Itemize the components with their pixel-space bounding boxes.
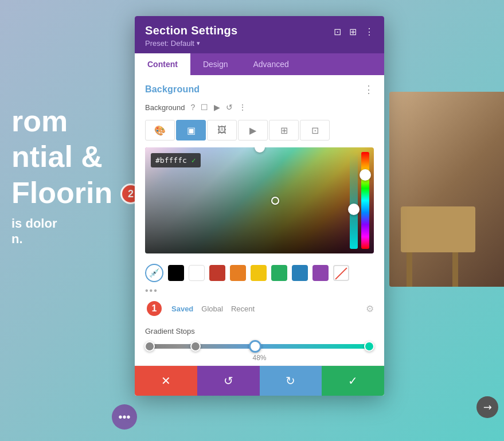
alpha-slider-handle[interactable]	[348, 204, 360, 215]
modal-tabs: Content Design Advanced	[135, 53, 384, 75]
bg-type-image[interactable]: 🖼	[207, 120, 237, 141]
gradient-stops-section: Gradient Stops 48%	[135, 322, 384, 365]
resize-handle[interactable]: ↗	[476, 396, 498, 418]
swatches-row: 💉	[135, 258, 384, 284]
swatch-orange[interactable]	[230, 265, 246, 281]
section-more-icon[interactable]: ⋮	[364, 83, 374, 96]
swatch-white[interactable]	[189, 265, 205, 281]
color-tab-global[interactable]: Global	[201, 305, 223, 313]
swatch-blue[interactable]	[292, 265, 308, 281]
gradient-stop-2[interactable]	[190, 341, 201, 352]
bg-type-none[interactable]: 🎨	[145, 120, 175, 141]
arrow-icon: ↗	[480, 400, 495, 415]
image-icon: 🖼	[217, 125, 226, 135]
hex-value: #bffffc	[155, 156, 187, 165]
bg-type-mask[interactable]: ⊡	[300, 120, 330, 141]
section-title: Background	[145, 84, 200, 95]
eyedropper-icon: 💉	[149, 268, 160, 278]
leg-left	[407, 252, 412, 287]
section-header: Background ⋮	[135, 75, 384, 100]
undo-button[interactable]: ↺	[197, 366, 260, 396]
redo-button[interactable]: ↻	[260, 366, 322, 396]
color-picker[interactable]: #bffffc ✓	[145, 147, 374, 253]
swatch-green[interactable]	[271, 265, 287, 281]
hue-slider-handle[interactable]	[360, 169, 371, 181]
alpha-slider[interactable]	[350, 152, 358, 249]
help-icon[interactable]: ?	[190, 103, 195, 112]
color-tab-recent[interactable]: Recent	[231, 305, 255, 313]
gradient-stop-3-active[interactable]	[249, 340, 261, 353]
bg-controls-row: Background ? ☐ ▶ ↺ ⋮	[135, 100, 384, 118]
gradient-slider-track[interactable]	[145, 341, 374, 352]
furniture-image	[389, 92, 504, 287]
cursor-icon[interactable]: ▶	[214, 103, 220, 112]
bg-type-row: 🎨 ▣ 🖼 ▶ ⊞ ⊡	[135, 118, 384, 145]
bg-label: Background	[145, 103, 185, 112]
color-tab-saved[interactable]: Saved	[171, 305, 193, 313]
bg-type-pattern[interactable]: ⊞	[269, 120, 299, 141]
video-icon: ▶	[249, 125, 256, 136]
modal-header: Section Settings Preset: Default ▾ ⊡ ⊞ ⋮	[135, 16, 384, 53]
fullscreen-icon[interactable]: ⊡	[334, 26, 341, 37]
gradient-stop-1[interactable]	[144, 341, 155, 352]
swatch-transparent[interactable]	[333, 265, 349, 281]
mask-icon: ⊡	[311, 125, 319, 136]
paint-bucket-icon: 🎨	[154, 125, 166, 136]
swatch-purple[interactable]	[312, 265, 329, 281]
background-text: rom ntial & Floorin is dolor n.	[11, 103, 112, 247]
hex-confirm-icon: ✓	[192, 156, 196, 165]
confirm-button[interactable]: ✓	[322, 366, 384, 396]
preset-chevron-icon: ▾	[197, 40, 200, 47]
split-view-icon[interactable]: ⊞	[349, 26, 357, 37]
reset-icon[interactable]: ↺	[226, 103, 233, 112]
more-options-icon: •••	[118, 411, 130, 424]
eyedropper-button[interactable]: 💉	[145, 264, 163, 282]
modal-header-icons: ⊡ ⊞ ⋮	[334, 24, 374, 37]
modal-title-area: Section Settings Preset: Default ▾	[145, 24, 238, 48]
swatch-black[interactable]	[168, 265, 184, 281]
more-options-circle[interactable]: •••	[112, 404, 137, 430]
tab-advanced[interactable]: Advanced	[240, 53, 301, 75]
color-settings-icon[interactable]: ⚙	[366, 303, 374, 314]
modal-body: Background ⋮ Background ? ☐ ▶ ↺ ⋮ 🎨 ▣ 🖼 …	[135, 75, 384, 396]
modal-preset[interactable]: Preset: Default ▾	[145, 39, 238, 48]
bg-more-icon[interactable]: ⋮	[239, 103, 247, 112]
swatch-red[interactable]	[209, 265, 225, 281]
shelf	[401, 206, 475, 252]
device-icon[interactable]: ☐	[201, 103, 208, 112]
tab-content[interactable]: Content	[135, 53, 190, 75]
tab-design[interactable]: Design	[190, 53, 241, 75]
cancel-button[interactable]: ✕	[135, 366, 197, 396]
gradient-stops-label: Gradient Stops	[145, 327, 374, 335]
modal-title: Section Settings	[145, 24, 238, 37]
gradient-icon: ▣	[187, 125, 196, 136]
hue-slider[interactable]	[361, 152, 369, 249]
pattern-icon: ⊞	[280, 125, 288, 136]
gradient-stop-percent: 48%	[145, 354, 374, 362]
more-options-icon[interactable]: ⋮	[365, 26, 374, 37]
swatch-yellow[interactable]	[251, 265, 267, 281]
hex-input-container[interactable]: #bffffc ✓	[151, 153, 201, 167]
modal-footer: ✕ ↺ ↻ ✓	[135, 365, 384, 396]
bg-type-video[interactable]: ▶	[238, 120, 268, 141]
gradient-stop-4[interactable]	[364, 341, 374, 352]
section-settings-modal: Section Settings Preset: Default ▾ ⊡ ⊞ ⋮…	[135, 16, 384, 396]
color-tabs-row: 1 Saved Global Recent ⚙	[135, 298, 384, 322]
swatches-more-button[interactable]: •••	[135, 284, 384, 298]
leg-right	[452, 252, 458, 287]
badge-1: 1	[145, 299, 163, 318]
bg-type-solid[interactable]: ▣	[176, 120, 206, 141]
color-crosshair[interactable]	[271, 197, 279, 205]
